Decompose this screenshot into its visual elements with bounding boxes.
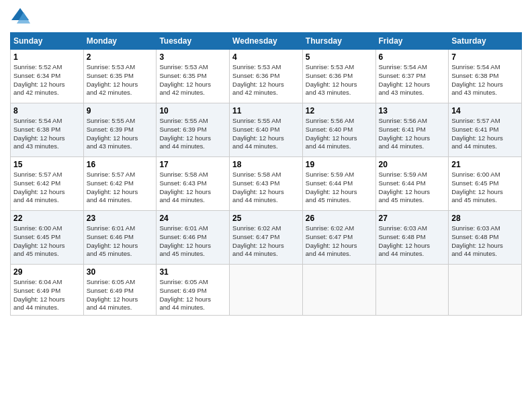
day-number: 20: [379, 160, 446, 169]
calendar-cell: 29Sunrise: 6:04 AMSunset: 6:49 PMDayligh…: [11, 265, 84, 316]
day-info: Sunrise: 5:54 AMSunset: 6:37 PMDaylight:…: [379, 63, 446, 97]
calendar-cell: 18Sunrise: 5:58 AMSunset: 6:43 PMDayligh…: [230, 157, 303, 211]
calendar-cell: 11Sunrise: 5:55 AMSunset: 6:40 PMDayligh…: [230, 103, 303, 157]
day-info: Sunrise: 6:01 AMSunset: 6:46 PMDaylight:…: [159, 224, 226, 259]
day-info: Sunrise: 5:57 AMSunset: 6:42 PMDaylight:…: [87, 171, 154, 205]
calendar-cell: 17Sunrise: 5:58 AMSunset: 6:43 PMDayligh…: [157, 157, 230, 211]
day-number: 22: [13, 214, 81, 223]
calendar-cell: 28Sunrise: 6:03 AMSunset: 6:48 PMDayligh…: [449, 211, 522, 265]
day-info: Sunrise: 6:05 AMSunset: 6:49 PMDaylight:…: [87, 278, 154, 312]
day-info: Sunrise: 6:04 AMSunset: 6:49 PMDaylight:…: [13, 278, 81, 312]
calendar-cell: 16Sunrise: 5:57 AMSunset: 6:42 PMDayligh…: [83, 157, 157, 211]
week-row-2: 8Sunrise: 5:54 AMSunset: 6:38 PMDaylight…: [11, 103, 522, 157]
day-number: 15: [13, 160, 81, 169]
day-info: Sunrise: 5:59 AMSunset: 6:44 PMDaylight:…: [379, 171, 446, 205]
day-number: 1: [13, 52, 81, 62]
calendar-cell: 12Sunrise: 5:56 AMSunset: 6:40 PMDayligh…: [302, 103, 375, 157]
calendar-cell: 26Sunrise: 6:02 AMSunset: 6:47 PMDayligh…: [302, 211, 375, 265]
logo: [10, 7, 33, 27]
day-info: Sunrise: 5:57 AMSunset: 6:41 PMDaylight:…: [451, 117, 519, 151]
week-row-3: 15Sunrise: 5:57 AMSunset: 6:42 PMDayligh…: [11, 157, 522, 211]
day-number: 21: [451, 160, 519, 169]
day-number: 3: [159, 52, 226, 62]
calendar-cell: 22Sunrise: 6:00 AMSunset: 6:45 PMDayligh…: [11, 211, 84, 265]
calendar-cell: 10Sunrise: 5:55 AMSunset: 6:39 PMDayligh…: [157, 103, 230, 157]
day-number: 9: [87, 106, 154, 116]
day-number: 27: [379, 214, 446, 223]
calendar-cell: 30Sunrise: 6:05 AMSunset: 6:49 PMDayligh…: [83, 265, 157, 316]
day-number: 4: [232, 52, 300, 62]
col-header-thursday: Thursday: [302, 33, 375, 50]
day-number: 2: [87, 52, 154, 62]
day-info: Sunrise: 5:56 AMSunset: 6:40 PMDaylight:…: [306, 117, 373, 151]
col-header-saturday: Saturday: [449, 33, 522, 50]
calendar-cell: 2Sunrise: 5:53 AMSunset: 6:35 PMDaylight…: [83, 50, 157, 103]
calendar-cell: 1Sunrise: 5:52 AMSunset: 6:34 PMDaylight…: [11, 50, 84, 103]
day-info: Sunrise: 5:53 AMSunset: 6:36 PMDaylight:…: [306, 63, 373, 97]
calendar-cell: 7Sunrise: 5:54 AMSunset: 6:38 PMDaylight…: [449, 50, 522, 103]
calendar-cell: 25Sunrise: 6:02 AMSunset: 6:47 PMDayligh…: [230, 211, 303, 265]
calendar-cell: 15Sunrise: 5:57 AMSunset: 6:42 PMDayligh…: [11, 157, 84, 211]
day-number: 17: [159, 160, 226, 169]
day-info: Sunrise: 6:00 AMSunset: 6:45 PMDaylight:…: [451, 171, 519, 205]
day-number: 13: [379, 106, 446, 116]
day-number: 11: [232, 106, 300, 116]
col-header-friday: Friday: [375, 33, 449, 50]
day-info: Sunrise: 6:03 AMSunset: 6:48 PMDaylight:…: [451, 224, 519, 259]
day-info: Sunrise: 5:58 AMSunset: 6:43 PMDaylight:…: [159, 171, 226, 205]
day-info: Sunrise: 6:03 AMSunset: 6:48 PMDaylight:…: [379, 224, 446, 259]
col-header-tuesday: Tuesday: [157, 33, 230, 50]
day-number: 12: [306, 106, 373, 116]
calendar-cell: 27Sunrise: 6:03 AMSunset: 6:48 PMDayligh…: [375, 211, 449, 265]
calendar-cell: 14Sunrise: 5:57 AMSunset: 6:41 PMDayligh…: [449, 103, 522, 157]
day-number: 16: [87, 160, 154, 169]
day-number: 29: [13, 267, 81, 277]
calendar-cell: [449, 265, 522, 316]
day-info: Sunrise: 6:01 AMSunset: 6:46 PMDaylight:…: [87, 224, 154, 259]
calendar-table: SundayMondayTuesdayWednesdayThursdayFrid…: [10, 32, 522, 316]
day-number: 31: [159, 267, 226, 277]
calendar-cell: [302, 265, 375, 316]
day-number: 5: [306, 52, 373, 62]
calendar-cell: 6Sunrise: 5:54 AMSunset: 6:37 PMDaylight…: [375, 50, 449, 103]
day-info: Sunrise: 6:00 AMSunset: 6:45 PMDaylight:…: [13, 224, 81, 259]
calendar-cell: 9Sunrise: 5:55 AMSunset: 6:39 PMDaylight…: [83, 103, 157, 157]
day-number: 14: [451, 106, 519, 116]
day-info: Sunrise: 5:52 AMSunset: 6:34 PMDaylight:…: [13, 63, 81, 97]
calendar-cell: 23Sunrise: 6:01 AMSunset: 6:46 PMDayligh…: [83, 211, 157, 265]
calendar-cell: 19Sunrise: 5:59 AMSunset: 6:44 PMDayligh…: [302, 157, 375, 211]
day-number: 26: [306, 214, 373, 223]
day-number: 8: [13, 106, 81, 116]
day-info: Sunrise: 5:55 AMSunset: 6:40 PMDaylight:…: [232, 117, 300, 151]
col-header-wednesday: Wednesday: [230, 33, 303, 50]
col-header-sunday: Sunday: [11, 33, 84, 50]
day-info: Sunrise: 5:53 AMSunset: 6:35 PMDaylight:…: [87, 63, 154, 97]
calendar-cell: 21Sunrise: 6:00 AMSunset: 6:45 PMDayligh…: [449, 157, 522, 211]
day-info: Sunrise: 5:53 AMSunset: 6:36 PMDaylight:…: [232, 63, 300, 97]
calendar-cell: 13Sunrise: 5:56 AMSunset: 6:41 PMDayligh…: [375, 103, 449, 157]
col-header-monday: Monday: [83, 33, 157, 50]
day-info: Sunrise: 5:55 AMSunset: 6:39 PMDaylight:…: [159, 117, 226, 151]
calendar-cell: [375, 265, 449, 316]
calendar-cell: 3Sunrise: 5:53 AMSunset: 6:35 PMDaylight…: [157, 50, 230, 103]
header-row: SundayMondayTuesdayWednesdayThursdayFrid…: [11, 33, 522, 50]
week-row-4: 22Sunrise: 6:00 AMSunset: 6:45 PMDayligh…: [11, 211, 522, 265]
header: [10, 7, 522, 27]
logo-icon: [10, 7, 30, 27]
day-info: Sunrise: 5:58 AMSunset: 6:43 PMDaylight:…: [232, 171, 300, 205]
day-info: Sunrise: 5:57 AMSunset: 6:42 PMDaylight:…: [13, 171, 81, 205]
day-number: 30: [87, 267, 154, 277]
calendar-body: 1Sunrise: 5:52 AMSunset: 6:34 PMDaylight…: [11, 50, 522, 316]
calendar-cell: 24Sunrise: 6:01 AMSunset: 6:46 PMDayligh…: [157, 211, 230, 265]
day-number: 28: [451, 214, 519, 223]
week-row-1: 1Sunrise: 5:52 AMSunset: 6:34 PMDaylight…: [11, 50, 522, 103]
day-info: Sunrise: 5:56 AMSunset: 6:41 PMDaylight:…: [379, 117, 446, 151]
calendar-cell: [230, 265, 303, 316]
day-number: 10: [159, 106, 226, 116]
day-info: Sunrise: 5:54 AMSunset: 6:38 PMDaylight:…: [451, 63, 519, 97]
calendar-cell: 31Sunrise: 6:05 AMSunset: 6:49 PMDayligh…: [157, 265, 230, 316]
calendar-header: SundayMondayTuesdayWednesdayThursdayFrid…: [11, 33, 522, 50]
calendar-cell: 5Sunrise: 5:53 AMSunset: 6:36 PMDaylight…: [302, 50, 375, 103]
day-info: Sunrise: 6:05 AMSunset: 6:49 PMDaylight:…: [159, 278, 226, 312]
calendar-cell: 8Sunrise: 5:54 AMSunset: 6:38 PMDaylight…: [11, 103, 84, 157]
